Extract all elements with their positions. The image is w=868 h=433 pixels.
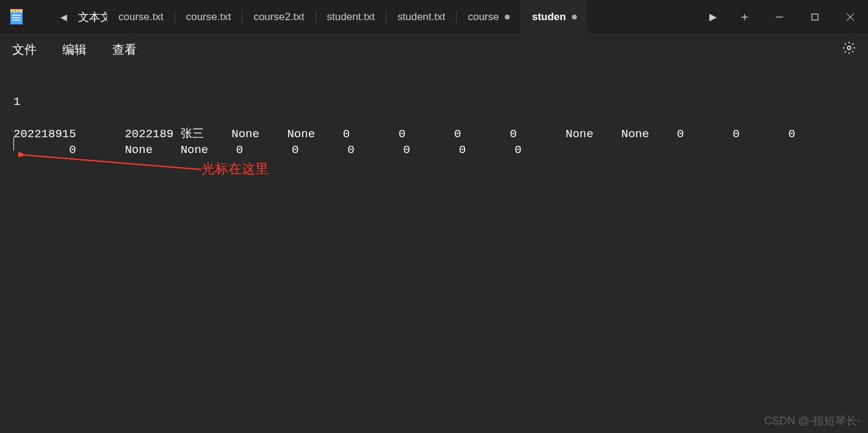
tab-course-2[interactable]: course.txt bbox=[175, 0, 242, 34]
annotation-label: 光标在这里 bbox=[201, 160, 269, 178]
tab-student-1[interactable]: student.txt bbox=[316, 0, 386, 34]
dirty-indicator-icon bbox=[572, 15, 577, 20]
tab-student-active[interactable]: studen bbox=[521, 0, 588, 34]
svg-point-14 bbox=[847, 46, 851, 50]
editor-line: 0 None None 0 0 0 0 0 0 bbox=[13, 143, 521, 157]
dirty-indicator-icon bbox=[505, 15, 510, 20]
text-cursor bbox=[13, 137, 14, 151]
new-tab-button[interactable]: ＋ bbox=[728, 9, 762, 25]
tab-label: course.txt bbox=[118, 11, 164, 23]
svg-point-5 bbox=[17, 10, 18, 11]
menu-file[interactable]: 文件 bbox=[12, 41, 37, 58]
title-bar: ◀ 文本文 course.txt course.txt course2.txt … bbox=[0, 0, 868, 34]
tab-row: course.txt course.txt course2.txt studen… bbox=[107, 0, 698, 34]
svg-point-4 bbox=[15, 10, 16, 11]
tab-label: studen bbox=[532, 11, 566, 23]
tab-course2-txt[interactable]: course2.txt bbox=[242, 0, 315, 34]
editor-line: 202218915 2022189 张三 None None 0 0 0 0 N… bbox=[13, 127, 795, 141]
tab-label: course.txt bbox=[186, 11, 231, 23]
watermark: CSDN @-指短琴长- bbox=[764, 413, 861, 428]
svg-rect-11 bbox=[812, 14, 818, 20]
tab-partial-label[interactable]: 文本文 bbox=[73, 10, 107, 24]
minimize-button[interactable] bbox=[762, 0, 797, 34]
menu-edit[interactable]: 编辑 bbox=[62, 41, 87, 58]
window-controls bbox=[762, 0, 868, 34]
app-icon bbox=[9, 10, 24, 24]
editor-line: 1 bbox=[13, 95, 20, 109]
menu-bar: 文件 编辑 查看 bbox=[0, 34, 868, 65]
close-button[interactable] bbox=[833, 0, 868, 34]
tab-label: course bbox=[468, 11, 499, 23]
svg-point-6 bbox=[20, 10, 21, 11]
tab-label: student.txt bbox=[327, 11, 375, 23]
text-editor[interactable]: 1 202218915 2022189 张三 None None 0 0 0 0… bbox=[0, 65, 868, 187]
tab-nav-left-icon[interactable]: ◀ bbox=[54, 12, 73, 22]
tab-label: student.txt bbox=[397, 11, 445, 23]
settings-icon[interactable] bbox=[842, 41, 856, 58]
tab-nav-right-icon[interactable]: ▶ bbox=[698, 11, 728, 23]
menu-view[interactable]: 查看 bbox=[112, 41, 137, 58]
tab-label: course2.txt bbox=[253, 11, 304, 23]
tab-course-1[interactable]: course.txt bbox=[107, 0, 175, 34]
tab-student-2[interactable]: student.txt bbox=[386, 0, 456, 34]
tab-course-dirty[interactable]: course bbox=[457, 0, 521, 34]
maximize-button[interactable] bbox=[797, 0, 833, 34]
svg-point-3 bbox=[12, 10, 13, 11]
